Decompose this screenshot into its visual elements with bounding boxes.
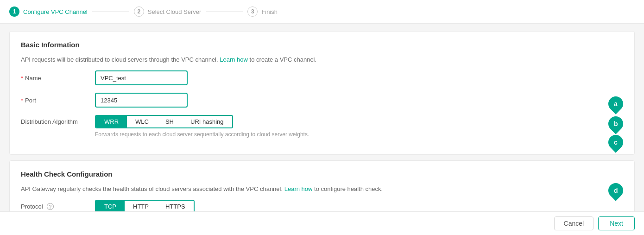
- algo-row: Distribution Algorithm WRR WLC SH URI ha…: [21, 115, 623, 138]
- step-3: 3 Finish: [247, 6, 278, 17]
- basic-info-learn-how-link[interactable]: Learn how: [220, 56, 248, 63]
- algo-label: Distribution Algorithm: [21, 118, 95, 125]
- step-line-1: [92, 12, 129, 12]
- algo-sh-button[interactable]: SH: [157, 116, 182, 127]
- step-line-2: [206, 12, 243, 12]
- basic-info-title: Basic Information: [21, 41, 623, 49]
- step-3-label: Finish: [261, 8, 278, 15]
- basic-info-card: Basic Information API requests will be d…: [9, 31, 635, 155]
- stepper: 1 Configure VPC Channel 2 Select Cloud S…: [0, 0, 644, 24]
- protocol-tcp-button[interactable]: TCP: [96, 201, 125, 212]
- footer: Cancel Next: [0, 211, 644, 235]
- port-input[interactable]: [95, 93, 188, 108]
- health-check-learn-how-link[interactable]: Learn how: [284, 185, 313, 192]
- step-1: 1 Configure VPC Channel: [9, 6, 88, 17]
- basic-info-intro: API requests will be distributed to clou…: [21, 56, 623, 63]
- algo-wrr-button[interactable]: WRR: [96, 116, 127, 127]
- algo-hint: Forwards requests to each cloud server s…: [95, 131, 309, 138]
- health-check-intro: API Gateway regularly checks the health …: [21, 185, 623, 192]
- step-3-circle: 3: [247, 6, 258, 17]
- step-1-circle: 1: [9, 6, 19, 17]
- cancel-button[interactable]: Cancel: [554, 216, 594, 230]
- protocol-label: Protocol ?: [21, 203, 95, 210]
- protocol-http-button[interactable]: HTTP: [125, 201, 157, 212]
- health-check-title: Health Check Configuration: [21, 170, 623, 178]
- algo-btn-group: WRR WLC SH URI hashing: [95, 115, 233, 128]
- algo-uri-hashing-button[interactable]: URI hashing: [182, 116, 232, 127]
- protocol-help-icon[interactable]: ?: [47, 203, 54, 210]
- port-row: * Port: [21, 93, 623, 108]
- step-2-label: Select Cloud Server: [148, 8, 202, 15]
- step-2-circle: 2: [134, 6, 144, 17]
- name-row: * Name: [21, 70, 623, 85]
- protocol-https-button[interactable]: HTTPS: [157, 201, 194, 212]
- step-1-label: Configure VPC Channel: [23, 8, 88, 15]
- algo-wlc-button[interactable]: WLC: [127, 116, 157, 127]
- badge-d: d: [605, 180, 626, 201]
- port-label: * Port: [21, 97, 95, 104]
- next-button[interactable]: Next: [598, 216, 635, 230]
- name-label: * Name: [21, 75, 95, 82]
- step-2: 2 Select Cloud Server: [134, 6, 202, 17]
- name-input[interactable]: [95, 70, 188, 85]
- main-content: Basic Information API requests will be d…: [0, 24, 644, 235]
